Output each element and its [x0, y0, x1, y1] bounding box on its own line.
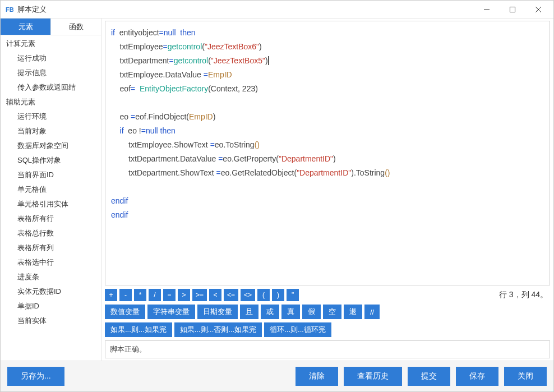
kw-comment[interactable]: //: [364, 305, 380, 319]
kw-null[interactable]: 空: [323, 305, 341, 319]
element-tree[interactable]: 计算元素 运行成功 提示信息 传入参数或返回结 辅助元素 运行环境 当前对象 数…: [1, 35, 101, 361]
saveas-button[interactable]: 另存为...: [7, 367, 64, 386]
op-lte[interactable]: <=: [224, 289, 238, 301]
close-footer-button[interactable]: 关闭: [504, 367, 547, 386]
kw-numvar[interactable]: 数值变量: [105, 305, 145, 319]
kw-exit[interactable]: 退: [344, 305, 362, 319]
history-button[interactable]: 查看历史: [344, 367, 402, 386]
kw-datevar[interactable]: 日期变量: [197, 305, 238, 319]
op-minus[interactable]: -: [119, 289, 132, 301]
titlebar: FB 脚本定义: [1, 1, 553, 19]
kw-true[interactable]: 真: [281, 305, 300, 319]
kw-or[interactable]: 或: [261, 305, 279, 319]
tree-item[interactable]: 传入参数或返回结: [1, 80, 101, 95]
operator-toolbar: + - * / = > >= < <= <> ( ) ": [105, 289, 493, 337]
maximize-button[interactable]: [500, 1, 525, 18]
kw-if-then-endif[interactable]: 如果...则...如果完: [105, 322, 172, 337]
close-button[interactable]: [525, 1, 551, 18]
op-lparen[interactable]: (: [257, 289, 270, 301]
tree-item[interactable]: 运行环境: [1, 109, 101, 124]
kw-loop[interactable]: 循环...则...循环完: [264, 322, 331, 337]
code-editor[interactable]: if entityobject=null then txtEmployee=ge…: [105, 21, 550, 285]
tree-item[interactable]: 单元格引用实体: [1, 197, 101, 211]
tree-item[interactable]: 进度条: [1, 270, 101, 284]
minimize-button[interactable]: [474, 1, 500, 18]
tab-functions[interactable]: 函数: [51, 19, 101, 35]
clear-button[interactable]: 清除: [296, 367, 338, 386]
kw-and[interactable]: 且: [240, 305, 258, 319]
kw-strvar[interactable]: 字符串变量: [147, 305, 195, 319]
tree-group-aux[interactable]: 辅助元素: [1, 95, 101, 109]
tree-item[interactable]: 单据ID: [1, 299, 101, 313]
tree-item[interactable]: 实体元数据ID: [1, 284, 101, 299]
tree-item[interactable]: 表格选中行: [1, 255, 101, 270]
svg-rect-1: [510, 7, 515, 12]
main-area: if entityobject=null then txtEmployee=ge…: [101, 19, 553, 361]
footer-bar: 另存为... 清除 查看历史 提交 保存 关闭: [1, 361, 553, 391]
tab-elements[interactable]: 元素: [1, 19, 51, 35]
save-button[interactable]: 保存: [456, 367, 498, 386]
op-neq[interactable]: <>: [241, 289, 255, 301]
op-gte[interactable]: >=: [192, 289, 207, 301]
submit-button[interactable]: 提交: [408, 367, 450, 386]
cursor-position: 行 3，列 44。: [499, 290, 548, 300]
script-definition-window: FB 脚本定义 元素 函数 计算元素 运行成功 提示信息 传入参数或返回结 辅助…: [0, 0, 554, 392]
op-rparen[interactable]: ): [272, 289, 284, 301]
status-message: 脚本正确。: [105, 340, 550, 358]
window-title: 脚本定义: [17, 4, 47, 15]
op-divide[interactable]: /: [149, 289, 161, 301]
op-equals[interactable]: =: [163, 289, 176, 301]
app-logo-icon: FB: [5, 5, 14, 14]
tree-item[interactable]: 当前界面ID: [1, 168, 101, 182]
op-multiply[interactable]: *: [134, 289, 146, 301]
tree-item[interactable]: 单元格值: [1, 182, 101, 197]
tree-item[interactable]: 运行成功: [1, 51, 101, 66]
op-quote[interactable]: ": [287, 289, 299, 301]
sidebar-tabs: 元素 函数: [1, 19, 101, 35]
kw-if-else-endif[interactable]: 如果...则...否则...如果完: [174, 322, 262, 337]
tree-item[interactable]: 表格总行数: [1, 226, 101, 241]
tree-item[interactable]: SQL操作对象: [1, 153, 101, 168]
tree-group-calc[interactable]: 计算元素: [1, 36, 101, 51]
op-plus[interactable]: +: [105, 289, 117, 301]
tree-item[interactable]: 数据库对象空间: [1, 139, 101, 153]
tree-item[interactable]: 当前对象: [1, 124, 101, 139]
op-lt[interactable]: <: [209, 289, 221, 301]
tree-item[interactable]: 表格所有行: [1, 211, 101, 226]
sidebar: 元素 函数 计算元素 运行成功 提示信息 传入参数或返回结 辅助元素 运行环境 …: [1, 19, 101, 361]
kw-false[interactable]: 假: [302, 305, 321, 319]
tree-item[interactable]: 提示信息: [1, 66, 101, 80]
svg-text:FB: FB: [6, 6, 13, 13]
op-gt[interactable]: >: [178, 289, 190, 301]
text-cursor: [268, 56, 269, 65]
tree-item[interactable]: 表格所有列: [1, 241, 101, 255]
tree-item[interactable]: 当前实体: [1, 313, 101, 328]
